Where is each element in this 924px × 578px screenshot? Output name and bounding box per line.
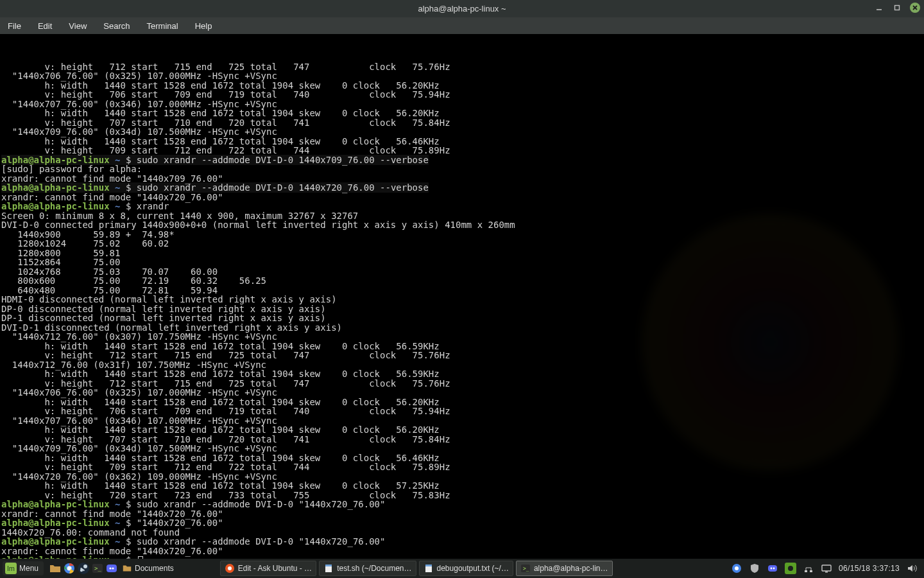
- menu-help[interactable]: Help: [193, 19, 215, 33]
- task-askubuntu[interactable]: Edit - Ask Ubuntu - …: [220, 561, 316, 576]
- svg-point-15: [109, 567, 111, 569]
- network-icon[interactable]: [803, 563, 814, 574]
- window-title: alpha@alpha-pc-linux ~: [418, 4, 506, 13]
- quicklaunch: >_ Documents: [46, 562, 176, 575]
- menu-edit[interactable]: Edit: [35, 19, 55, 33]
- discord-icon[interactable]: [105, 562, 118, 575]
- svg-rect-22: [425, 565, 432, 566]
- documents-label: Documents: [135, 564, 174, 573]
- terminal-icon: >_: [520, 563, 531, 574]
- svg-point-9: [83, 565, 87, 568]
- taskbar: lm Menu >_ Documents Edit - Ask Ubuntu -…: [0, 559, 924, 578]
- svg-text:lm: lm: [7, 565, 15, 572]
- chrome-tray-icon[interactable]: [731, 563, 742, 574]
- svg-text:>_: >_: [94, 565, 101, 572]
- svg-point-31: [788, 566, 793, 571]
- maximize-button[interactable]: [892, 3, 902, 13]
- linuxmint-logo-icon: lm: [5, 563, 17, 574]
- start-menu-label: Menu: [19, 564, 38, 573]
- svg-rect-33: [810, 570, 812, 572]
- start-menu-button[interactable]: lm Menu: [3, 561, 44, 575]
- gedit-icon: [323, 563, 334, 574]
- svg-point-29: [773, 568, 775, 570]
- menu-search[interactable]: Search: [101, 19, 132, 33]
- svg-text:>_: >_: [523, 566, 529, 572]
- svg-point-18: [228, 566, 232, 570]
- steam-icon[interactable]: [77, 562, 90, 575]
- files-icon[interactable]: [49, 562, 62, 575]
- svg-point-26: [735, 566, 739, 570]
- terminal-output: v: height 712 start 715 end 725 total 74…: [1, 62, 923, 559]
- svg-rect-20: [325, 565, 332, 566]
- svg-rect-27: [768, 565, 777, 572]
- menu-terminal[interactable]: Terminal: [144, 19, 181, 33]
- cursor: [138, 556, 143, 559]
- close-button[interactable]: [910, 3, 920, 13]
- chrome-icon[interactable]: [63, 562, 76, 575]
- titlebar: alpha@alpha-pc-linux ~: [0, 0, 924, 17]
- display-icon[interactable]: [821, 563, 832, 574]
- menu-file[interactable]: File: [5, 19, 24, 33]
- terminal-icon[interactable]: >_: [91, 562, 104, 575]
- folder-documents-icon[interactable]: Documents: [119, 562, 176, 575]
- shield-icon[interactable]: [749, 563, 760, 574]
- system-tray: 06/15/18 3:37:13: [731, 563, 921, 574]
- askubuntu-icon: [225, 563, 235, 574]
- clock[interactable]: 06/15/18 3:37:13: [839, 564, 900, 573]
- svg-point-16: [112, 567, 114, 569]
- svg-point-8: [78, 563, 89, 574]
- task-terminal[interactable]: >_ alpha@alpha-pc-lin…: [516, 561, 613, 576]
- minimize-button[interactable]: [874, 3, 884, 13]
- task-debugoutput-label: debugoutput.txt (~/…: [437, 564, 509, 573]
- svg-rect-35: [825, 572, 828, 573]
- discord-tray-icon[interactable]: [767, 563, 778, 574]
- svg-rect-32: [805, 570, 807, 572]
- svg-point-28: [771, 568, 773, 570]
- task-terminal-label: alpha@alpha-pc-lin…: [534, 564, 608, 573]
- menubar: File Edit View Search Terminal Help: [0, 17, 924, 34]
- svg-rect-34: [822, 565, 831, 571]
- task-askubuntu-label: Edit - Ask Ubuntu - …: [238, 564, 312, 573]
- menu-view[interactable]: View: [66, 19, 89, 33]
- volume-icon[interactable]: [906, 563, 918, 574]
- svg-rect-14: [107, 565, 117, 572]
- terminal-viewport[interactable]: v: height 712 start 715 end 725 total 74…: [0, 34, 924, 559]
- svg-rect-1: [895, 6, 900, 10]
- task-testsh-label: test.sh (~/Documen…: [337, 564, 411, 573]
- gedit-icon: [424, 563, 434, 574]
- nvidia-icon[interactable]: [785, 563, 796, 574]
- task-testsh[interactable]: test.sh (~/Documen…: [319, 561, 416, 576]
- task-debugoutput[interactable]: debugoutput.txt (~/…: [419, 561, 513, 576]
